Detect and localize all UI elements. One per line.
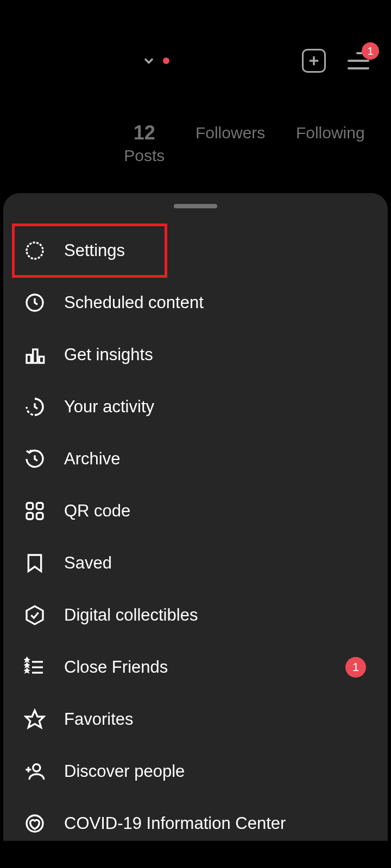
header-actions: 1 <box>302 49 369 73</box>
menu-label: Settings <box>64 241 125 260</box>
svg-rect-10 <box>36 513 43 519</box>
posts-stat[interactable]: 12 Posts <box>124 122 165 165</box>
menu-item-digital-collectibles[interactable]: Digital collectibles <box>3 589 388 641</box>
svg-rect-5 <box>33 349 37 363</box>
qr-code-icon <box>23 499 47 523</box>
menu-item-scheduled-content[interactable]: Scheduled content <box>3 277 388 329</box>
menu-item-qr-code[interactable]: QR code <box>3 485 388 537</box>
notification-dot <box>163 58 169 64</box>
svg-marker-16 <box>25 663 29 667</box>
svg-rect-4 <box>27 355 31 363</box>
menu-badge: 1 <box>362 42 379 60</box>
bottom-bar <box>0 841 391 868</box>
followers-label: Followers <box>195 124 265 142</box>
following-label: Following <box>296 124 365 142</box>
svg-marker-15 <box>25 658 29 661</box>
menu-item-discover-people[interactable]: Discover people <box>3 745 388 797</box>
menu-label: COVID-19 Information Center <box>64 814 286 833</box>
menu-label: Scheduled content <box>64 293 204 312</box>
close-friends-icon <box>23 655 47 679</box>
discover-people-icon <box>23 760 47 783</box>
menu-button[interactable]: 1 <box>348 52 369 69</box>
svg-marker-11 <box>27 606 43 624</box>
settings-icon <box>23 239 47 263</box>
posts-label: Posts <box>124 146 165 165</box>
svg-rect-9 <box>27 513 33 519</box>
svg-point-19 <box>33 764 40 771</box>
menu-label: Saved <box>64 553 112 573</box>
covid-icon <box>23 812 47 835</box>
profile-stats: 12 Posts Followers Following <box>0 89 391 187</box>
clock-icon <box>23 291 47 315</box>
star-icon <box>23 707 47 731</box>
profile-header: 1 <box>0 0 391 89</box>
svg-marker-18 <box>26 710 43 727</box>
svg-rect-8 <box>36 503 43 509</box>
menu-item-archive[interactable]: Archive <box>3 433 388 485</box>
chevron-down-icon <box>141 53 156 68</box>
close-friends-badge: 1 <box>345 657 366 678</box>
collectibles-icon <box>23 603 47 627</box>
username-dropdown[interactable] <box>141 53 169 68</box>
menu-label: Your activity <box>64 397 154 417</box>
archive-icon <box>23 447 47 471</box>
posts-count: 12 <box>124 122 165 144</box>
following-stat[interactable]: Following <box>296 122 365 165</box>
svg-marker-17 <box>25 668 29 672</box>
svg-point-2 <box>27 242 43 259</box>
options-bottom-sheet: Settings Scheduled content Get insights … <box>3 193 388 868</box>
menu-label: Digital collectibles <box>64 605 198 625</box>
menu-item-your-activity[interactable]: Your activity <box>3 381 388 433</box>
menu-label: Discover people <box>64 762 185 781</box>
menu-label: Close Friends <box>64 658 168 677</box>
svg-rect-7 <box>27 503 33 509</box>
insights-icon <box>23 343 47 367</box>
menu-item-favorites[interactable]: Favorites <box>3 693 388 745</box>
menu-label: QR code <box>64 501 130 521</box>
menu-item-saved[interactable]: Saved <box>3 537 388 589</box>
saved-icon <box>23 551 47 575</box>
menu-item-close-friends[interactable]: Close Friends 1 <box>3 641 388 693</box>
menu-item-get-insights[interactable]: Get insights <box>3 329 388 381</box>
menu-label: Favorites <box>64 710 133 729</box>
menu-item-settings[interactable]: Settings <box>13 225 166 277</box>
create-post-button[interactable] <box>302 49 326 73</box>
drag-handle[interactable] <box>174 204 217 208</box>
menu-label: Get insights <box>64 345 153 365</box>
svg-rect-6 <box>39 356 43 363</box>
followers-stat[interactable]: Followers <box>195 122 265 165</box>
menu-label: Archive <box>64 449 120 469</box>
activity-icon <box>23 395 47 419</box>
